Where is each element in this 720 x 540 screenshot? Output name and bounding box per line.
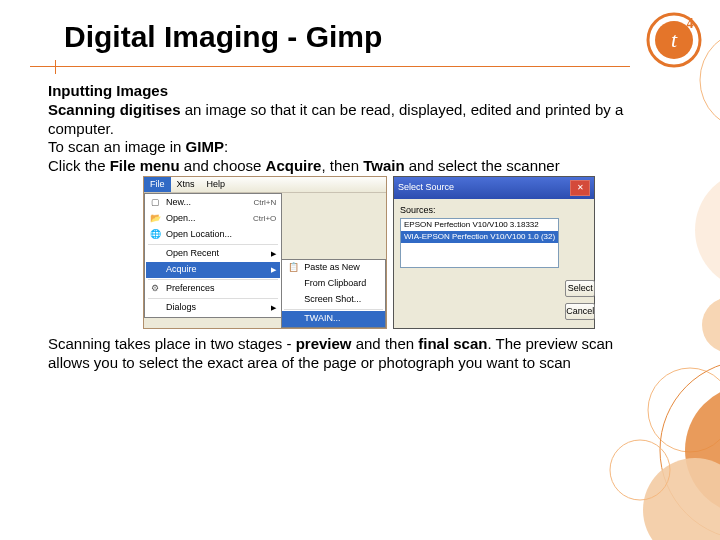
page-title: Digital Imaging - Gimp — [64, 20, 382, 54]
select-source-dialog: Select Source ✕ Sources: EPSON Perfectio… — [393, 176, 595, 329]
submenu-from-clipboard[interactable]: From Clipboard — [282, 276, 385, 292]
close-button[interactable]: ✕ — [570, 180, 590, 196]
svg-point-1 — [695, 170, 720, 290]
slide-content: Inputting Images Scanning digitises an i… — [48, 82, 630, 373]
svg-point-3 — [685, 385, 720, 515]
acquire-submenu: 📋 Paste as New From Clipboard Screen Sho… — [281, 259, 386, 328]
menu-item-acquire[interactable]: Acquire ▶ — [146, 262, 280, 278]
menu-item-open-recent[interactable]: Open Recent ▶ — [146, 246, 280, 262]
source-item[interactable]: EPSON Perfection V10/V100 3.18332 — [401, 219, 558, 231]
sources-label: Sources: — [400, 205, 559, 216]
menu-xtns[interactable]: Xtns — [171, 177, 201, 192]
paragraph-2: To scan an image in GIMP: — [48, 138, 630, 157]
chevron-right-icon: ▶ — [271, 304, 276, 313]
paragraph-1: Scanning digitises an image so that it c… — [48, 101, 630, 139]
new-icon: ▢ — [148, 197, 162, 209]
paste-icon: 📋 — [286, 262, 300, 274]
subheading: Inputting Images — [48, 82, 630, 101]
svg-text:4: 4 — [687, 16, 694, 31]
submenu-screen-shot[interactable]: Screen Shot... — [282, 292, 385, 308]
embedded-screenshots: File Xtns Help ▢ New... Ctrl+N 📂 Open... — [143, 176, 630, 329]
menu-file[interactable]: File — [144, 177, 171, 192]
svg-text:t: t — [671, 27, 678, 52]
chevron-right-icon: ▶ — [271, 266, 276, 275]
menu-help[interactable]: Help — [201, 177, 232, 192]
close-icon: ✕ — [577, 183, 584, 193]
menu-item-open-location[interactable]: 🌐 Open Location... — [146, 227, 280, 243]
cancel-button[interactable]: Cancel — [565, 303, 595, 320]
chevron-right-icon: ▶ — [271, 250, 276, 259]
paragraph-3: Click the File menu and choose Acquire, … — [48, 157, 630, 176]
svg-point-5 — [643, 458, 720, 540]
menu-bar: File Xtns Help — [144, 177, 386, 193]
select-button[interactable]: Select — [565, 280, 595, 297]
preferences-icon: ⚙ — [148, 283, 162, 295]
svg-point-2 — [648, 368, 720, 452]
gimp-file-menu-screenshot: File Xtns Help ▢ New... Ctrl+N 📂 Open... — [143, 176, 387, 329]
svg-point-7 — [702, 297, 720, 353]
t4-logo: t 4 — [646, 12, 702, 68]
source-item-selected[interactable]: WIA-EPSON Perfection V10/V100 1.0 (32) — [401, 231, 558, 243]
title-underline — [30, 60, 630, 74]
file-dropdown: ▢ New... Ctrl+N 📂 Open... Ctrl+O 🌐 Open … — [144, 193, 282, 318]
dialog-titlebar: Select Source ✕ — [394, 177, 594, 199]
submenu-paste-as-new[interactable]: 📋 Paste as New — [282, 260, 385, 276]
svg-point-0 — [700, 30, 720, 130]
submenu-twain[interactable]: TWAIN... — [282, 311, 385, 327]
svg-point-4 — [660, 360, 720, 540]
svg-point-6 — [610, 440, 670, 500]
paragraph-4: Scanning takes place in two stages - pre… — [48, 335, 630, 373]
menu-item-preferences[interactable]: ⚙ Preferences — [146, 281, 280, 297]
menu-item-open[interactable]: 📂 Open... Ctrl+O — [146, 211, 280, 227]
menu-item-dialogs[interactable]: Dialogs ▶ — [146, 300, 280, 316]
open-location-icon: 🌐 — [148, 229, 162, 241]
menu-item-new[interactable]: ▢ New... Ctrl+N — [146, 195, 280, 211]
sources-listbox[interactable]: EPSON Perfection V10/V100 3.18332 WIA-EP… — [400, 218, 559, 268]
open-icon: 📂 — [148, 213, 162, 225]
